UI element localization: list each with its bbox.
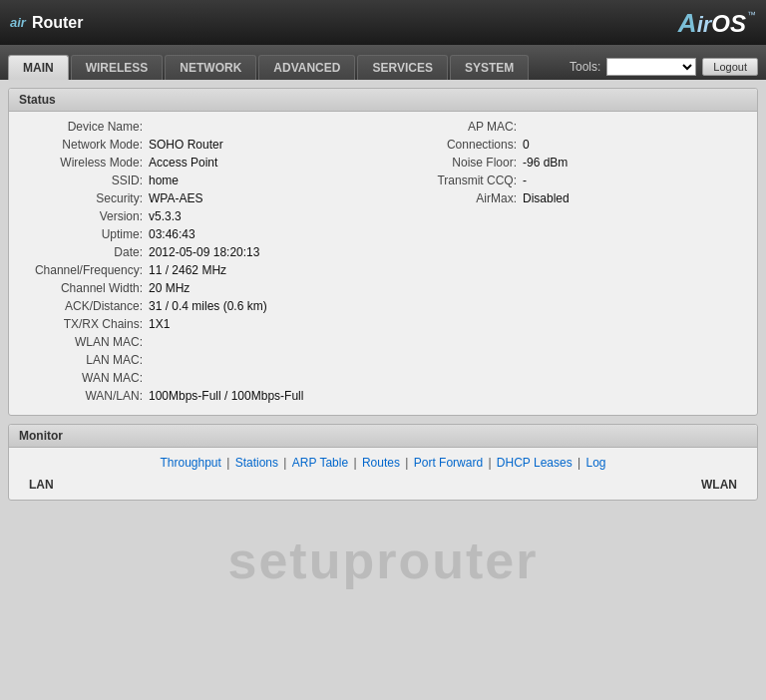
wanlan-row: WAN/LAN: 100Mbps-Full / 100Mbps-Full	[19, 389, 373, 403]
wan-mac-label: WAN MAC:	[19, 371, 149, 385]
ack-row: ACK/Distance: 31 / 0.4 miles (0.6 km)	[19, 299, 373, 313]
airmax-value: Disabled	[523, 191, 570, 205]
nav-right: Tools: Logout	[570, 58, 758, 80]
app-name: Router	[32, 14, 84, 32]
channel-width-value: 20 MHz	[149, 281, 190, 295]
tools-label: Tools:	[570, 60, 600, 74]
sep3: |	[353, 456, 359, 470]
tab-network[interactable]: NETWORK	[165, 55, 256, 80]
connections-label: Connections:	[393, 138, 523, 152]
security-row: Security: WPA-AES	[19, 191, 373, 205]
uptime-value: 03:46:43	[149, 227, 195, 241]
date-row: Date: 2012-05-09 18:20:13	[19, 245, 373, 259]
network-mode-label: Network Mode:	[19, 138, 149, 152]
network-mode-value: SOHO Router	[149, 138, 223, 152]
airos-logo-area: AirOS ™	[678, 10, 756, 36]
tools-select[interactable]	[606, 58, 696, 76]
tab-wireless[interactable]: WIRELESS	[71, 55, 164, 80]
device-name-label: Device Name:	[19, 120, 149, 134]
date-label: Date:	[19, 245, 149, 259]
noise-floor-label: Noise Floor:	[393, 156, 523, 170]
wlan-mac-label: WLAN MAC:	[19, 335, 149, 349]
channel-value: 11 / 2462 MHz	[149, 263, 226, 277]
channel-width-row: Channel Width: 20 MHz	[19, 281, 373, 295]
nav-tabs: MAIN WIRELESS NETWORK ADVANCED SERVICES …	[8, 55, 529, 80]
ssid-label: SSID:	[19, 174, 149, 187]
sep2: |	[283, 456, 289, 470]
transmit-ccq-value: -	[523, 174, 527, 187]
txrx-value: 1X1	[149, 317, 170, 331]
uptime-row: Uptime: 03:46:43	[19, 227, 373, 241]
trademark-symbol: ™	[747, 10, 756, 20]
air-icon: air	[10, 15, 26, 30]
ack-value: 31 / 0.4 miles (0.6 km)	[149, 299, 267, 313]
stations-link[interactable]: Stations	[235, 456, 278, 470]
header: air Router AirOS ™	[0, 0, 766, 45]
port-forward-link[interactable]: Port Forward	[414, 456, 483, 470]
network-mode-row: Network Mode: SOHO Router	[19, 138, 373, 152]
wlan-mac-row: WLAN MAC:	[19, 335, 373, 349]
version-row: Version: v5.3.3	[19, 209, 373, 223]
wireless-mode-label: Wireless Mode:	[19, 156, 149, 170]
monitor-section: Monitor Throughput | Stations | ARP Tabl…	[8, 424, 758, 501]
tab-advanced[interactable]: ADVANCED	[258, 55, 355, 80]
sep4: |	[405, 456, 411, 470]
ap-mac-label: AP MAC:	[393, 120, 523, 134]
monitor-header: Monitor	[9, 425, 757, 448]
ssid-row: SSID: home	[19, 174, 373, 187]
noise-floor-value: -96 dBm	[523, 156, 568, 170]
status-left-column: Device Name: Network Mode: SOHO Router W…	[9, 120, 383, 407]
channel-row: Channel/Frequency: 11 / 2462 MHz	[19, 263, 373, 277]
logout-button[interactable]: Logout	[702, 58, 758, 76]
tab-system[interactable]: SYSTEM	[450, 55, 529, 80]
dhcp-leases-link[interactable]: DHCP Leases	[497, 456, 573, 470]
channel-width-label: Channel Width:	[19, 281, 149, 295]
status-section: Status Device Name: Network Mode: SOHO R…	[8, 88, 758, 416]
connections-row: Connections: 0	[393, 138, 747, 152]
log-link[interactable]: Log	[585, 456, 605, 470]
sep6: |	[577, 456, 583, 470]
arp-table-link[interactable]: ARP Table	[292, 456, 348, 470]
date-value: 2012-05-09 18:20:13	[149, 245, 259, 259]
wlan-label: WLAN	[701, 478, 737, 492]
wireless-mode-row: Wireless Mode: Access Point	[19, 156, 373, 170]
airmax-label: AirMax:	[393, 191, 523, 205]
wanlan-label: WAN/LAN:	[19, 389, 149, 403]
transmit-ccq-row: Transmit CCQ: -	[393, 174, 747, 187]
ack-label: ACK/Distance:	[19, 299, 149, 313]
tab-main[interactable]: MAIN	[8, 55, 69, 80]
ssid-value: home	[149, 174, 179, 187]
status-body: Device Name: Network Mode: SOHO Router W…	[9, 112, 757, 415]
monitor-columns: LAN WLAN	[19, 478, 747, 492]
routes-link[interactable]: Routes	[362, 456, 400, 470]
sep1: |	[226, 456, 232, 470]
monitor-links: Throughput | Stations | ARP Table | Rout…	[19, 456, 747, 470]
ap-mac-row: AP MAC:	[393, 120, 747, 134]
transmit-ccq-label: Transmit CCQ:	[393, 174, 523, 187]
wireless-mode-value: Access Point	[149, 156, 217, 170]
version-label: Version:	[19, 209, 149, 223]
security-value: WPA-AES	[149, 191, 202, 205]
security-label: Security:	[19, 191, 149, 205]
tab-services[interactable]: SERVICES	[357, 55, 447, 80]
logo-area: air Router	[10, 14, 83, 32]
txrx-label: TX/RX Chains:	[19, 317, 149, 331]
txrx-row: TX/RX Chains: 1X1	[19, 317, 373, 331]
airmax-row: AirMax: Disabled	[393, 191, 747, 205]
device-name-row: Device Name:	[19, 120, 373, 134]
wanlan-value: 100Mbps-Full / 100Mbps-Full	[149, 389, 303, 403]
lan-mac-row: LAN MAC:	[19, 353, 373, 367]
main-content: Status Device Name: Network Mode: SOHO R…	[0, 80, 766, 700]
status-header: Status	[9, 89, 757, 112]
status-right-column: AP MAC: Connections: 0 Noise Floor: -96 …	[383, 120, 757, 407]
lan-mac-label: LAN MAC:	[19, 353, 149, 367]
channel-label: Channel/Frequency:	[19, 263, 149, 277]
throughput-link[interactable]: Throughput	[160, 456, 220, 470]
noise-floor-row: Noise Floor: -96 dBm	[393, 156, 747, 170]
airos-logo: AirOS	[678, 10, 746, 36]
wan-mac-row: WAN MAC:	[19, 371, 373, 385]
version-value: v5.3.3	[149, 209, 182, 223]
uptime-label: Uptime:	[19, 227, 149, 241]
watermark: setuprouter	[8, 530, 758, 590]
navbar: MAIN WIRELESS NETWORK ADVANCED SERVICES …	[0, 45, 766, 80]
